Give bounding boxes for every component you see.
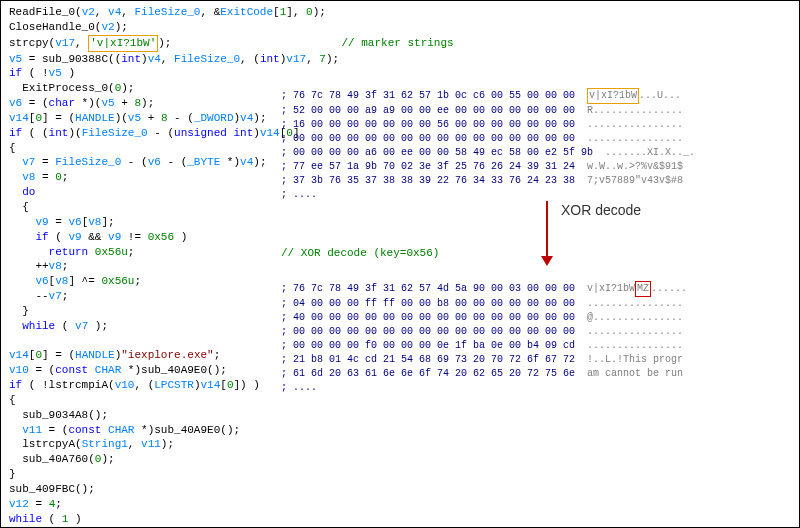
mz-box: MZ xyxy=(635,281,651,297)
comment-marker: // marker strings xyxy=(341,37,453,49)
code-line: v9 = v6[v8]; xyxy=(9,215,791,230)
code-line: v5 = sub_90388C((int)v4, FileSize_0, (in… xyxy=(9,52,791,67)
code-line: { xyxy=(9,200,791,215)
comment-xor: // XOR decode (key=0x56) xyxy=(281,246,439,261)
code-line: sub_9034A8(); xyxy=(9,408,791,423)
code-line: strcpy(v17, 'v|xI?1bW');// marker string… xyxy=(9,35,791,52)
code-line: ReadFile_0(v2, v4, FileSize_0, &ExitCode… xyxy=(9,5,791,20)
code-line: while ( 1 ) xyxy=(9,512,791,527)
hex-dump-before: ; 76 7c 78 49 3f 31 62 57 1b 0c c6 00 55… xyxy=(281,88,695,202)
code-line: sub_409FBC(); xyxy=(9,482,791,497)
code-line: if ( !v5 ) xyxy=(9,66,791,81)
code-line: lstrcpyA(String1, v11); xyxy=(9,437,791,452)
code-line: { xyxy=(9,393,791,408)
code-line: ++v8; xyxy=(9,259,791,274)
annotation-xor: XOR decode xyxy=(561,201,641,220)
code-line: } xyxy=(9,467,791,482)
code-line: v11 = (const CHAR *)sub_40A9E0(); xyxy=(9,423,791,438)
code-line: v12 = 4; xyxy=(9,497,791,512)
hex-dump-after: ; 76 7c 78 49 3f 31 62 57 4d 5a 90 00 03… xyxy=(281,281,687,395)
marker-hex-box: v|xI?1bW xyxy=(587,88,639,104)
code-line: CloseHandle_0(v2); xyxy=(9,20,791,35)
code-line: if ( v9 && v9 != 0x56 ) xyxy=(9,230,791,245)
marker-string: 'v|xI?1bW' xyxy=(90,37,156,49)
marker-string-box: 'v|xI?1bW' xyxy=(88,35,158,52)
code-line: sub_40A760(0); xyxy=(9,452,791,467)
arrow-icon xyxy=(546,201,553,266)
